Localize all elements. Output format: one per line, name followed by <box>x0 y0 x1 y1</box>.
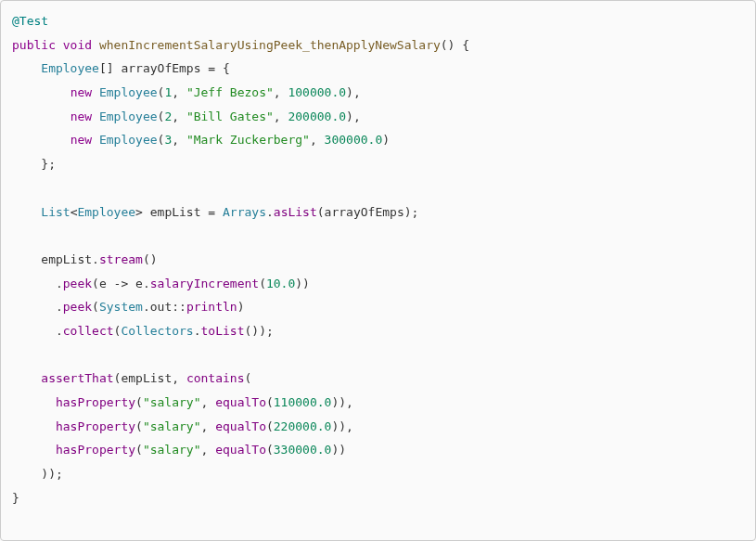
type-employee: Employee <box>99 133 158 147</box>
punct: , <box>201 419 209 433</box>
punct: ) <box>404 205 412 219</box>
code-snippet: @Test public void whenIncrementSalaryUsi… <box>0 0 756 541</box>
punct: } <box>12 491 19 505</box>
punct: [ <box>99 61 107 75</box>
punct: , <box>172 85 179 99</box>
type-employee: Employee <box>99 85 158 99</box>
punct: () <box>441 38 455 52</box>
keyword-void: void <box>63 38 92 52</box>
code-content: @Test public void whenIncrementSalaryUsi… <box>12 14 469 505</box>
annotation: @Test <box>12 14 48 28</box>
keyword-new: new <box>70 133 92 147</box>
param: e <box>99 277 107 290</box>
method-name: whenIncrementSalaryUsingPeek_thenApplyNe… <box>99 38 441 52</box>
punct: ( <box>135 419 143 433</box>
field-out: out <box>150 300 172 314</box>
method: hasProperty <box>56 419 135 433</box>
punct: ] <box>107 61 114 75</box>
punct: ) <box>295 277 302 290</box>
punct: . <box>56 277 63 290</box>
punct: . <box>143 300 150 314</box>
punct: , <box>172 109 179 123</box>
punct: , <box>353 109 361 123</box>
number: 100000.0 <box>288 85 346 99</box>
method: contains <box>186 371 245 385</box>
punct: . <box>194 324 201 338</box>
number: 110000.0 <box>274 395 332 409</box>
method: equalTo <box>215 443 266 457</box>
var: empList <box>41 252 92 266</box>
string: "salary" <box>143 443 201 457</box>
type-list: List <box>41 205 70 219</box>
number: 300000.0 <box>325 133 383 147</box>
type-employee: Employee <box>99 109 158 123</box>
string: "Mark Zuckerberg" <box>186 133 310 147</box>
punct: , <box>172 133 179 147</box>
method: assertThat <box>41 371 113 385</box>
punct: ( <box>135 395 143 409</box>
punct: . <box>56 300 63 314</box>
method: peek <box>63 300 92 314</box>
punct: ) <box>48 467 56 481</box>
method: equalTo <box>215 395 266 409</box>
punct: :: <box>172 300 186 314</box>
punct: . <box>266 205 274 219</box>
keyword-new: new <box>70 109 92 123</box>
punct: . <box>92 252 99 266</box>
punct: { <box>223 61 230 75</box>
method: hasProperty <box>56 443 135 457</box>
punct: ) <box>346 85 353 99</box>
punct: ( <box>317 205 325 219</box>
method: stream <box>99 252 143 266</box>
punct: ; <box>56 467 63 481</box>
method: println <box>186 300 237 314</box>
keyword-new: new <box>70 85 92 99</box>
type-employee: Employee <box>41 61 99 75</box>
punct: ( <box>266 443 274 457</box>
var: arrayOfEmps <box>121 61 200 75</box>
type-employee: Employee <box>77 205 135 219</box>
method: asList <box>274 205 317 219</box>
punct: , <box>346 419 353 433</box>
type-collectors: Collectors <box>121 324 193 338</box>
punct: ) <box>302 277 310 290</box>
type-system: System <box>99 300 143 314</box>
string: "Bill Gates" <box>186 109 274 123</box>
punct: , <box>346 395 353 409</box>
punct: ( <box>259 277 266 290</box>
punct: ; <box>48 157 56 171</box>
method: collect <box>63 324 114 338</box>
number: 10.0 <box>266 277 295 290</box>
punct: ) <box>41 467 48 481</box>
punct: ( <box>135 443 143 457</box>
punct: , <box>172 371 179 385</box>
punct: > <box>135 205 143 219</box>
punct: , <box>201 395 209 409</box>
type-arrays: Arrays <box>223 205 266 219</box>
punct: ( <box>266 395 274 409</box>
punct: ) <box>382 133 390 147</box>
punct: = <box>201 205 223 219</box>
punct: = <box>201 61 223 75</box>
number: 330000.0 <box>274 443 332 457</box>
keyword-public: public <box>12 38 56 52</box>
punct: () <box>245 324 260 338</box>
method: hasProperty <box>56 395 135 409</box>
number: 200000.0 <box>288 109 346 123</box>
method: toList <box>201 324 245 338</box>
string: "salary" <box>143 395 201 409</box>
var: empList <box>121 371 172 385</box>
method: equalTo <box>215 419 266 433</box>
method: salaryIncrement <box>150 277 259 290</box>
punct: ) <box>339 419 346 433</box>
punct: ( <box>245 371 252 385</box>
punct: ) <box>346 109 353 123</box>
punct: ) <box>339 443 346 457</box>
punct: -> <box>107 277 135 290</box>
punct: , <box>274 109 281 123</box>
punct: ) <box>259 324 266 338</box>
punct: ) <box>237 300 245 314</box>
var: e <box>135 277 143 290</box>
punct: . <box>56 324 63 338</box>
method: peek <box>63 277 92 290</box>
